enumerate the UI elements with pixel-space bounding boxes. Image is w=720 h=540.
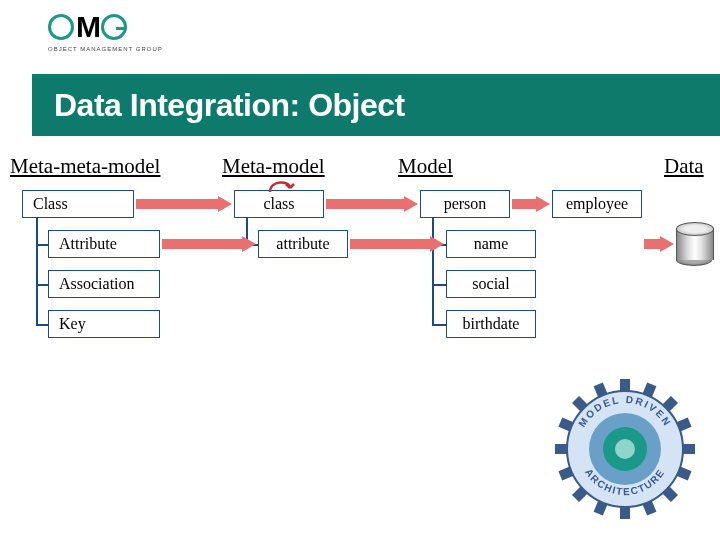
database-icon [676, 222, 712, 266]
arrow-class-to-person [326, 196, 418, 212]
slide-title: Data Integration: Object [54, 87, 405, 124]
arrow-employee-to-data [644, 236, 674, 252]
box-key-mm: Key [48, 310, 160, 338]
box-attribute-mm: Attribute [48, 230, 160, 258]
arrow-person-to-employee [512, 196, 550, 212]
col-head-metameta: Meta-meta-model [10, 154, 160, 179]
box-birthdate: birthdate [446, 310, 536, 338]
box-association-mm: Association [48, 270, 160, 298]
omg-logo: M OBJECT MANAGEMENT GROUP [48, 10, 163, 52]
svg-point-19 [615, 439, 635, 459]
arrow-class-to-class [136, 196, 232, 212]
box-social: social [446, 270, 536, 298]
logo-subtitle: OBJECT MANAGEMENT GROUP [48, 46, 163, 52]
box-employee: employee [552, 190, 642, 218]
arrow-attribute-to-attribute [162, 236, 256, 252]
box-attribute-m: attribute [258, 230, 348, 258]
self-loop-icon [266, 174, 298, 194]
col-head-model: Model [398, 154, 453, 179]
box-name: name [446, 230, 536, 258]
box-person: person [420, 190, 510, 218]
box-class-mm: Class [22, 190, 134, 218]
mda-logo: MODEL DRIVEN ARCHITECTURE [550, 374, 700, 524]
title-bar: Data Integration: Object [32, 74, 720, 136]
arrow-attribute-to-name [350, 236, 444, 252]
col-head-data: Data [664, 154, 704, 179]
